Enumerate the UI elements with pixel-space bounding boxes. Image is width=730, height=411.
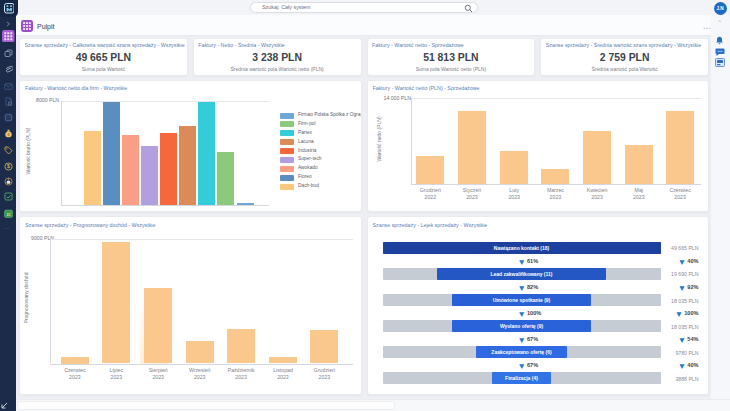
- svg-text:31: 31: [6, 212, 11, 217]
- svg-text:$: $: [7, 163, 10, 169]
